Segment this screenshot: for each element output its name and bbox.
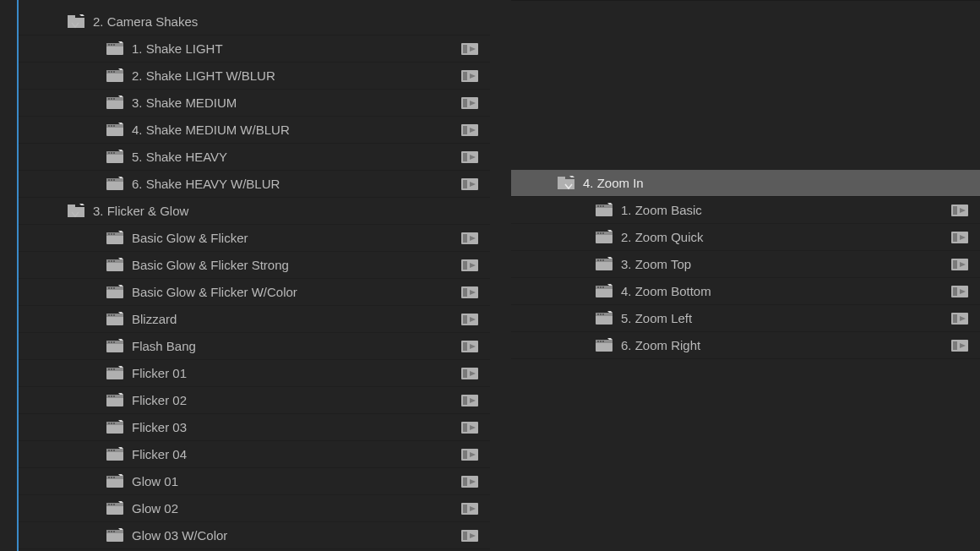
asset-row[interactable]: 1. Zoom Basic	[511, 197, 980, 224]
type-icon	[951, 338, 970, 353]
asset-label: 3. Shake MEDIUM	[132, 90, 237, 117]
composition-icon	[106, 528, 125, 543]
composition-icon	[106, 366, 125, 381]
chevron-down-icon[interactable]	[71, 207, 79, 215]
asset-row[interactable]: Basic Glow & Flicker W/Color	[19, 279, 490, 306]
composition-icon	[106, 420, 125, 435]
composition-icon	[106, 393, 125, 408]
asset-label: Flicker 01	[132, 360, 187, 387]
composition-icon	[106, 474, 125, 489]
asset-row[interactable]: 6. Zoom Right	[511, 332, 980, 359]
folder-label: 2. Camera Shakes	[93, 8, 198, 35]
asset-row[interactable]: Flicker 03	[19, 414, 490, 441]
composition-icon	[106, 339, 125, 354]
asset-label: 1. Shake LIGHT	[132, 35, 223, 63]
asset-row[interactable]: Basic Glow & Flicker	[19, 225, 490, 252]
type-icon	[461, 150, 480, 165]
type-icon	[461, 95, 480, 111]
asset-label: Glow 03 W/Color	[132, 522, 227, 549]
asset-row[interactable]: Glow 02	[19, 495, 490, 522]
asset-label: Glow 01	[132, 468, 178, 495]
project-panel-right: 4. Zoom In 1. Zoom Basic 2. Zoom Quick 3…	[511, 0, 980, 551]
type-icon	[461, 68, 480, 84]
asset-row[interactable]: 4. Shake MEDIUM W/BLUR	[19, 117, 490, 144]
asset-label: Basic Glow & Flicker	[132, 225, 248, 252]
asset-label: Flicker 02	[132, 387, 187, 414]
folder-label: 3. Flicker & Glow	[93, 198, 188, 225]
asset-row[interactable]: 4. Zoom Bottom	[511, 278, 980, 305]
composition-icon	[106, 447, 125, 462]
composition-icon	[106, 177, 125, 192]
asset-label: 4. Shake MEDIUM W/BLUR	[132, 117, 290, 144]
composition-icon	[596, 311, 614, 326]
type-icon	[461, 258, 480, 273]
type-icon	[461, 41, 480, 57]
asset-row[interactable]: Blizzard	[19, 306, 490, 333]
asset-row[interactable]: Flicker 02	[19, 387, 490, 414]
asset-label: 6. Shake HEAVY W/BLUR	[132, 171, 280, 198]
composition-icon	[596, 284, 614, 299]
folder-row[interactable]: 2. Camera Shakes	[19, 8, 490, 35]
asset-label: Basic Glow & Flicker Strong	[132, 252, 289, 279]
asset-row[interactable]: 1. Shake LIGHT	[19, 35, 490, 63]
composition-icon	[596, 338, 614, 353]
folder-row[interactable]: 3. Flicker & Glow	[19, 198, 490, 225]
type-icon	[461, 474, 480, 489]
asset-label: 2. Zoom Quick	[621, 224, 704, 251]
composition-icon	[106, 501, 125, 516]
type-icon	[461, 312, 480, 327]
type-icon	[461, 231, 480, 246]
asset-row[interactable]: 5. Zoom Left	[511, 305, 980, 332]
asset-row[interactable]: 3. Zoom Top	[511, 251, 980, 278]
asset-label: 1. Zoom Basic	[621, 197, 702, 224]
composition-icon	[106, 258, 125, 273]
asset-label: Flicker 03	[132, 414, 187, 441]
folder-row[interactable]: 4. Zoom In	[511, 170, 980, 197]
asset-row[interactable]: 2. Zoom Quick	[511, 224, 980, 251]
composition-icon	[106, 95, 125, 111]
type-icon	[461, 285, 480, 300]
composition-icon	[106, 312, 125, 327]
asset-row[interactable]: 6. Shake HEAVY W/BLUR	[19, 171, 490, 198]
asset-row[interactable]: Flicker 04	[19, 441, 490, 468]
type-icon	[951, 311, 970, 326]
folder-label: 4. Zoom In	[583, 170, 644, 197]
asset-row[interactable]: Flash Bang	[19, 333, 490, 360]
type-icon	[461, 528, 480, 543]
chevron-down-icon[interactable]	[564, 179, 573, 188]
asset-row[interactable]: 3. Shake MEDIUM	[19, 90, 490, 117]
type-icon	[951, 257, 970, 272]
asset-label: 4. Zoom Bottom	[621, 278, 711, 305]
composition-icon	[106, 150, 125, 165]
composition-icon	[106, 231, 125, 246]
asset-row[interactable]: Flicker 01	[19, 360, 490, 387]
asset-label: 6. Zoom Right	[621, 332, 700, 359]
type-icon	[461, 366, 480, 381]
type-icon	[461, 123, 480, 138]
composition-icon	[106, 41, 125, 57]
asset-label: 3. Zoom Top	[621, 251, 691, 278]
composition-icon	[106, 68, 125, 84]
type-icon	[461, 339, 480, 354]
asset-row[interactable]: Basic Glow & Flicker Strong	[19, 252, 490, 279]
composition-icon	[106, 285, 125, 300]
composition-icon	[596, 230, 614, 245]
type-icon	[951, 230, 970, 245]
type-icon	[461, 177, 480, 192]
asset-label: 5. Shake HEAVY	[132, 144, 227, 171]
composition-icon	[596, 203, 614, 218]
type-icon	[951, 284, 970, 299]
asset-row[interactable]: 2. Shake LIGHT W/BLUR	[19, 63, 490, 90]
asset-label: 5. Zoom Left	[621, 305, 692, 332]
asset-row[interactable]: 5. Shake HEAVY	[19, 144, 490, 171]
chevron-down-icon[interactable]	[71, 18, 79, 26]
asset-row[interactable]: Glow 01	[19, 468, 490, 495]
asset-row[interactable]: Glow 03 W/Color	[19, 522, 490, 549]
type-icon	[461, 393, 480, 408]
composition-icon	[596, 257, 614, 272]
asset-tree: 2. Camera Shakes 1. Shake LIGHT 2. Shake…	[19, 0, 490, 549]
asset-label: 2. Shake LIGHT W/BLUR	[132, 63, 275, 90]
composition-icon	[106, 123, 125, 138]
asset-label: Flicker 04	[132, 441, 187, 468]
asset-label: Basic Glow & Flicker W/Color	[132, 279, 297, 306]
